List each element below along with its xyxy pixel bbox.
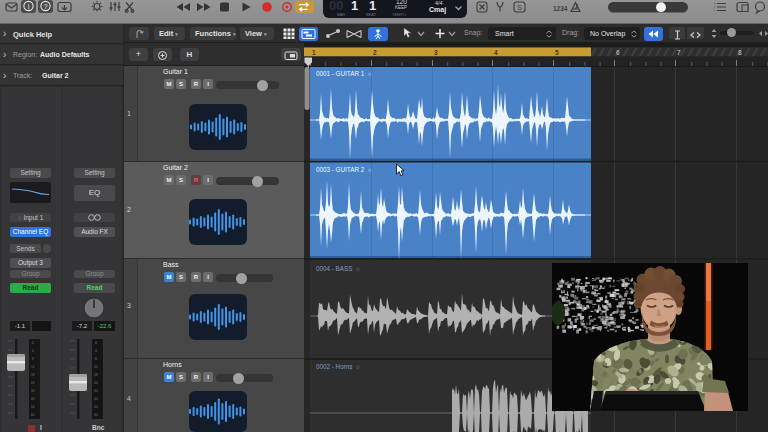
svg-text:4: 4 — [494, 49, 498, 56]
svg-text:12: 12 — [31, 365, 35, 369]
svg-text:0004 - BASS ○: 0004 - BASS ○ — [316, 265, 360, 272]
svg-text:40: 40 — [94, 397, 98, 401]
svg-text:7: 7 — [677, 49, 681, 56]
svg-text:24: 24 — [94, 381, 98, 385]
svg-text:30: 30 — [94, 389, 98, 393]
svg-text:50: 50 — [31, 405, 35, 409]
svg-text:18: 18 — [94, 373, 98, 377]
svg-text:0002 - Horns ○: 0002 - Horns ○ — [316, 363, 360, 370]
svg-text:0: 0 — [32, 341, 34, 345]
svg-text:30: 30 — [31, 389, 35, 393]
svg-text:4: 4 — [95, 349, 97, 353]
svg-text:8: 8 — [32, 357, 34, 361]
svg-text:4: 4 — [32, 349, 34, 353]
svg-text:3: 3 — [434, 49, 438, 56]
svg-text:2: 2 — [373, 49, 377, 56]
svg-text:60: 60 — [31, 413, 35, 417]
svg-text:1: 1 — [312, 49, 316, 56]
svg-text:0001 - GUITAR 1 ○: 0001 - GUITAR 1 ○ — [316, 70, 372, 77]
svg-text:12: 12 — [94, 365, 98, 369]
svg-text:8: 8 — [95, 357, 97, 361]
svg-text:0: 0 — [95, 341, 97, 345]
svg-text:5: 5 — [555, 49, 559, 56]
svg-text:24: 24 — [31, 381, 35, 385]
svg-text:1234: 1234 — [553, 5, 568, 12]
svg-text:S: S — [517, 4, 522, 11]
svg-text:?: ? — [43, 2, 47, 11]
svg-text:40: 40 — [31, 397, 35, 401]
svg-text:0003 - GUITAR 2 ○: 0003 - GUITAR 2 ○ — [316, 166, 372, 173]
svg-text:6: 6 — [616, 49, 620, 56]
svg-text:50: 50 — [94, 405, 98, 409]
svg-text:60: 60 — [94, 413, 98, 417]
svg-text:8: 8 — [738, 49, 742, 56]
svg-text:18: 18 — [31, 373, 35, 377]
